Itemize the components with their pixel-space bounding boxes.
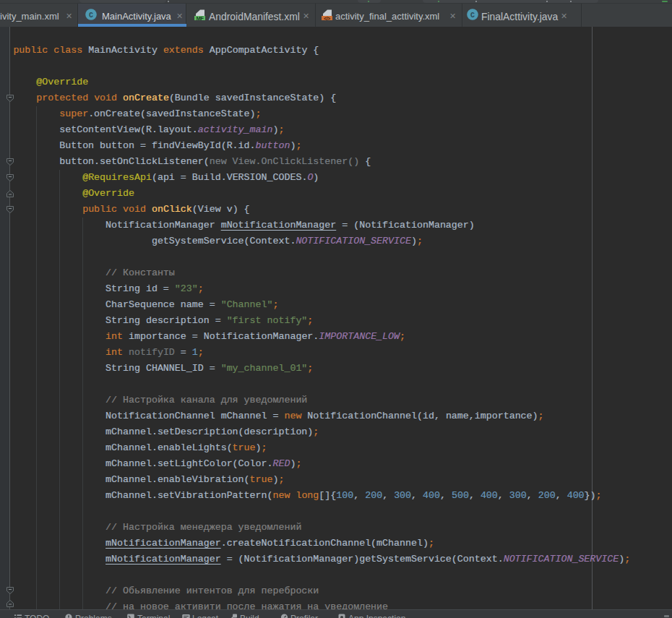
svg-text:C: C — [470, 12, 475, 20]
svg-text:</>: </> — [324, 16, 330, 20]
svg-text:MF: MF — [196, 15, 204, 20]
svg-text:C: C — [89, 12, 93, 20]
